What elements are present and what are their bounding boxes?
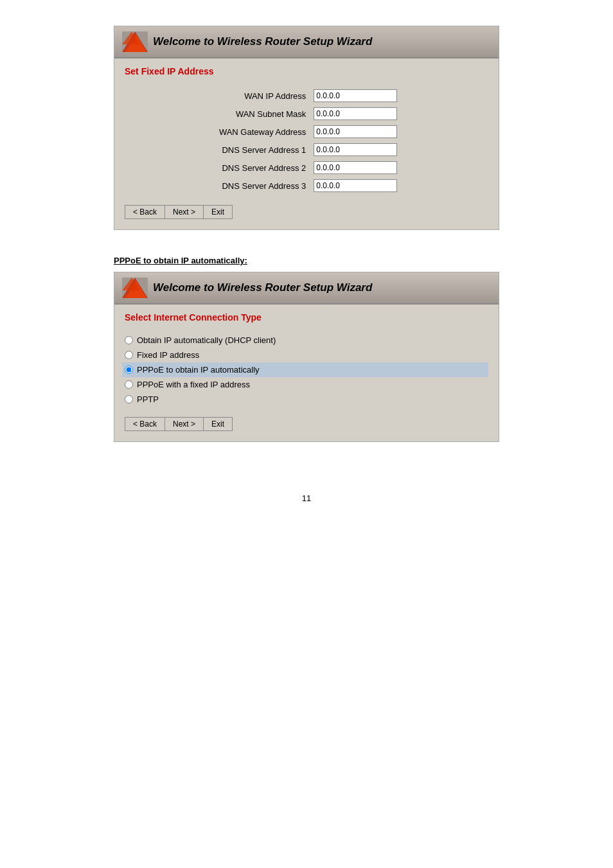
pppoe-section-heading: PPPoE to obtain IP automatically: (114, 256, 499, 265)
form-row: WAN Subnet Mask (125, 105, 488, 123)
panel2-next-button[interactable]: Next > (164, 417, 203, 431)
option-label-2: PPPoE to obtain IP automatically (137, 365, 260, 375)
field-input-cell (310, 159, 488, 177)
field-input-0[interactable] (314, 89, 397, 102)
radio-3[interactable] (125, 380, 133, 389)
field-input-cell (310, 123, 488, 141)
option-label-1: Fixed IP address (137, 350, 199, 360)
option-label-0: Obtain IP automatically (DHCP client) (137, 335, 276, 345)
field-input-4[interactable] (314, 161, 397, 174)
field-label: WAN Subnet Mask (125, 105, 310, 123)
page-content: Welcome to Wireless Router Setup Wizard … (39, 26, 574, 503)
panel2-body: Select Internet Connection Type Obtain I… (114, 305, 499, 441)
connection-option-2[interactable]: PPPoE to obtain IP automatically (122, 362, 488, 377)
panel1-body: Set Fixed IP Address WAN IP AddressWAN S… (114, 58, 499, 229)
connection-type-panel: Welcome to Wireless Router Setup Wizard … (114, 272, 499, 442)
panel1-title: Welcome to Wireless Router Setup Wizard (153, 35, 372, 48)
field-input-cell (310, 141, 488, 159)
panel2-exit-button[interactable]: Exit (203, 417, 233, 431)
form-row: DNS Server Address 3 (125, 177, 488, 195)
field-label: DNS Server Address 2 (125, 159, 310, 177)
connection-type-list: Obtain IP automatically (DHCP client)Fix… (125, 333, 488, 407)
field-input-1[interactable] (314, 107, 397, 120)
radio-2[interactable] (125, 366, 133, 374)
panel2-header: Welcome to Wireless Router Setup Wizard (114, 272, 499, 305)
option-label-4: PPTP (137, 394, 159, 404)
radio-4[interactable] (125, 395, 133, 403)
field-label: WAN Gateway Address (125, 123, 310, 141)
fixed-ip-panel: Welcome to Wireless Router Setup Wizard … (114, 26, 499, 230)
connection-option-3[interactable]: PPPoE with a fixed IP address (125, 377, 488, 392)
fixed-ip-form: WAN IP AddressWAN Subnet MaskWAN Gateway… (125, 87, 488, 195)
form-row: DNS Server Address 1 (125, 141, 488, 159)
field-label: DNS Server Address 3 (125, 177, 310, 195)
panel1-next-button[interactable]: Next > (164, 205, 203, 219)
wizard-logo-icon (122, 31, 148, 52)
field-label: WAN IP Address (125, 87, 310, 105)
wizard-logo2-icon (122, 278, 148, 298)
connection-option-0[interactable]: Obtain IP automatically (DHCP client) (125, 333, 488, 348)
radio-0[interactable] (125, 336, 133, 344)
radio-1[interactable] (125, 351, 133, 359)
field-input-3[interactable] (314, 143, 397, 156)
form-row: WAN IP Address (125, 87, 488, 105)
page-number: 11 (302, 493, 311, 503)
field-input-cell (310, 87, 488, 105)
field-input-5[interactable] (314, 179, 397, 192)
panel2-button-row: < Back Next > Exit (125, 417, 488, 431)
field-input-cell (310, 105, 488, 123)
panel1-back-button[interactable]: < Back (125, 205, 164, 219)
form-row: DNS Server Address 2 (125, 159, 488, 177)
panel1-section-title: Set Fixed IP Address (125, 66, 488, 76)
connection-option-4[interactable]: PPTP (125, 392, 488, 407)
panel1-exit-button[interactable]: Exit (203, 205, 233, 219)
field-input-2[interactable] (314, 125, 397, 138)
panel2-section-title: Select Internet Connection Type (125, 312, 488, 323)
connection-option-1[interactable]: Fixed IP address (125, 348, 488, 362)
option-label-3: PPPoE with a fixed IP address (137, 380, 250, 389)
panel2-title: Welcome to Wireless Router Setup Wizard (153, 281, 372, 294)
panel1-button-row: < Back Next > Exit (125, 205, 488, 219)
field-input-cell (310, 177, 488, 195)
panel1-header: Welcome to Wireless Router Setup Wizard (114, 26, 499, 58)
form-row: WAN Gateway Address (125, 123, 488, 141)
field-label: DNS Server Address 1 (125, 141, 310, 159)
panel2-back-button[interactable]: < Back (125, 417, 164, 431)
